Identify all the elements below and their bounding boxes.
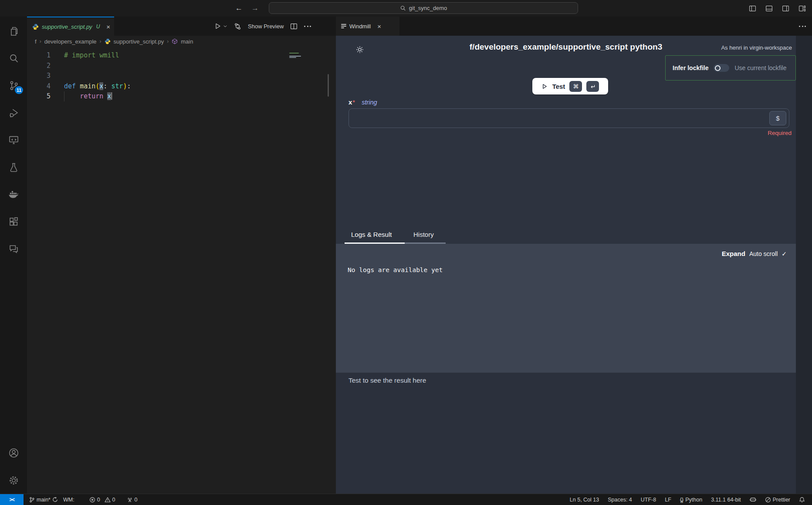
cursor-position[interactable]: Ln 5, Col 13 bbox=[570, 497, 599, 503]
chevron-right-icon: › bbox=[100, 38, 102, 44]
language-mode[interactable]: {} Python bbox=[680, 497, 702, 503]
variable-picker-button[interactable]: $ bbox=[769, 111, 786, 125]
tab-windmill[interactable]: Windmill × bbox=[336, 17, 399, 36]
test-button-label: Test bbox=[552, 83, 565, 90]
chevron-right-icon: › bbox=[167, 38, 169, 44]
minimap bbox=[289, 56, 301, 57]
toggle-panel-icon[interactable] bbox=[765, 5, 773, 12]
code-token: x bbox=[99, 82, 103, 90]
panel-tab-close-icon[interactable]: × bbox=[377, 23, 381, 30]
explorer-icon[interactable] bbox=[0, 20, 27, 42]
run-debug-icon[interactable] bbox=[0, 102, 27, 124]
formatter-label: Prettier bbox=[773, 497, 790, 503]
panel-more-actions-icon[interactable] bbox=[799, 26, 806, 27]
search-icon bbox=[400, 5, 406, 11]
open-changes-icon[interactable] bbox=[234, 23, 241, 30]
lockfile-toggle[interactable] bbox=[714, 64, 729, 72]
testing-beaker-icon[interactable] bbox=[0, 156, 27, 178]
ports-indicator[interactable]: 0 bbox=[127, 497, 138, 503]
branch-name: main* bbox=[37, 497, 51, 503]
python-interpreter[interactable]: 3.11.1 64-bit bbox=[711, 497, 741, 503]
branch-indicator[interactable]: main* bbox=[29, 497, 58, 503]
code-line: 4 def main(x: str): bbox=[27, 81, 131, 92]
nav-back-icon[interactable]: ← bbox=[235, 4, 243, 13]
code-token: : bbox=[103, 82, 111, 90]
auto-scroll-label[interactable]: Auto scroll bbox=[749, 250, 778, 257]
formatter-indicator[interactable]: Prettier bbox=[765, 497, 790, 503]
breadcrumb: f › developers_example › supportive_scri… bbox=[27, 36, 336, 47]
tab-supportive-script[interactable]: supportive_script.py U × bbox=[27, 17, 114, 36]
tab-title: supportive_script.py bbox=[42, 24, 92, 30]
indentation-setting[interactable]: Spaces: 4 bbox=[608, 497, 632, 503]
editor-scrollbar[interactable] bbox=[328, 74, 329, 97]
chevron-right-icon: › bbox=[40, 38, 41, 44]
error-count: 0 bbox=[97, 497, 100, 503]
cmd-key-icon: ⌘ bbox=[569, 81, 582, 92]
panel-scrollbar-gutter[interactable] bbox=[796, 36, 812, 494]
warning-count: 0 bbox=[112, 497, 115, 503]
code-token: # import wmill bbox=[64, 51, 119, 59]
breadcrumb-symbol[interactable]: main bbox=[181, 38, 193, 45]
windmill-icon bbox=[341, 24, 346, 28]
code-token: ) bbox=[123, 82, 127, 90]
circle-slash-icon bbox=[765, 497, 771, 503]
docker-icon[interactable] bbox=[0, 183, 27, 205]
code-token bbox=[64, 92, 80, 100]
code-line: 2 bbox=[27, 61, 131, 71]
code-token: str bbox=[111, 82, 123, 90]
breadcrumb-root[interactable]: f bbox=[35, 38, 37, 45]
git-branch-icon bbox=[29, 497, 35, 503]
command-center-search[interactable]: git_sync_demo bbox=[269, 2, 578, 14]
argument-label: x * string bbox=[348, 98, 377, 106]
required-asterisk: * bbox=[352, 98, 355, 106]
toggle-knob bbox=[715, 65, 721, 71]
encoding-setting[interactable]: UTF-8 bbox=[641, 497, 656, 503]
line-number: 4 bbox=[27, 81, 51, 92]
tab-history[interactable]: History bbox=[413, 231, 434, 238]
panel-tab-title: Windmill bbox=[349, 23, 371, 30]
breadcrumb-file[interactable]: supportive_script.py bbox=[114, 38, 164, 45]
argument-input[interactable]: $ bbox=[348, 108, 789, 128]
customize-layout-icon[interactable] bbox=[798, 5, 806, 12]
source-control-icon[interactable]: 11 bbox=[0, 74, 27, 96]
infer-lockfile-label: Infer lockfile bbox=[673, 64, 708, 71]
sync-icon bbox=[52, 497, 58, 502]
settings-gear-icon[interactable] bbox=[0, 469, 27, 491]
lockfile-option-box: Infer lockfile Use current lockfile bbox=[665, 55, 796, 81]
breadcrumb-folder[interactable]: developers_example bbox=[44, 38, 97, 45]
remote-explorer-icon[interactable] bbox=[0, 129, 27, 151]
tab-untracked-badge: U bbox=[96, 24, 100, 30]
tab-logs-result[interactable]: Logs & Result bbox=[351, 231, 392, 238]
account-icon[interactable] bbox=[0, 442, 27, 464]
comments-icon[interactable] bbox=[0, 238, 27, 259]
remote-indicator[interactable]: >< bbox=[0, 494, 24, 505]
toggle-secondary-sidebar-icon[interactable] bbox=[782, 5, 789, 12]
eol-setting[interactable]: LF bbox=[665, 497, 671, 503]
line-number: 1 bbox=[27, 50, 51, 61]
copilot-icon[interactable] bbox=[750, 496, 756, 503]
show-preview-button[interactable]: Show Preview bbox=[248, 23, 284, 30]
result-placeholder: Test to see the result here bbox=[348, 377, 426, 384]
run-python-file-icon[interactable] bbox=[214, 23, 227, 30]
test-button[interactable]: Test ⌘ bbox=[532, 78, 608, 94]
code-editor[interactable]: 1 # import wmill 2 3 4 def main(x: str):… bbox=[27, 47, 336, 494]
toggle-sidebar-icon[interactable] bbox=[749, 5, 756, 12]
notifications-bell-icon[interactable] bbox=[799, 497, 805, 503]
tab-close-icon[interactable]: × bbox=[106, 23, 110, 30]
result-panel: Test to see the result here bbox=[336, 373, 796, 494]
split-editor-icon[interactable] bbox=[290, 23, 298, 30]
problems-indicator[interactable]: 0 0 bbox=[89, 497, 115, 503]
nav-forward-icon[interactable]: → bbox=[251, 4, 259, 13]
wm-status[interactable]: WM: bbox=[63, 497, 74, 503]
expand-button[interactable]: Expand bbox=[722, 250, 745, 257]
line-number: 2 bbox=[27, 61, 51, 71]
search-sidebar-icon[interactable] bbox=[0, 47, 27, 69]
code-token bbox=[103, 92, 107, 100]
vscode-window: ← → git_sync_demo bbox=[0, 0, 812, 505]
code-line: 5 return x bbox=[27, 91, 131, 102]
title-bar: ← → git_sync_demo bbox=[0, 0, 812, 17]
code-token: x bbox=[107, 92, 111, 100]
editor-more-actions-icon[interactable] bbox=[304, 26, 311, 27]
extensions-icon[interactable] bbox=[0, 211, 27, 232]
minimap bbox=[289, 57, 296, 58]
